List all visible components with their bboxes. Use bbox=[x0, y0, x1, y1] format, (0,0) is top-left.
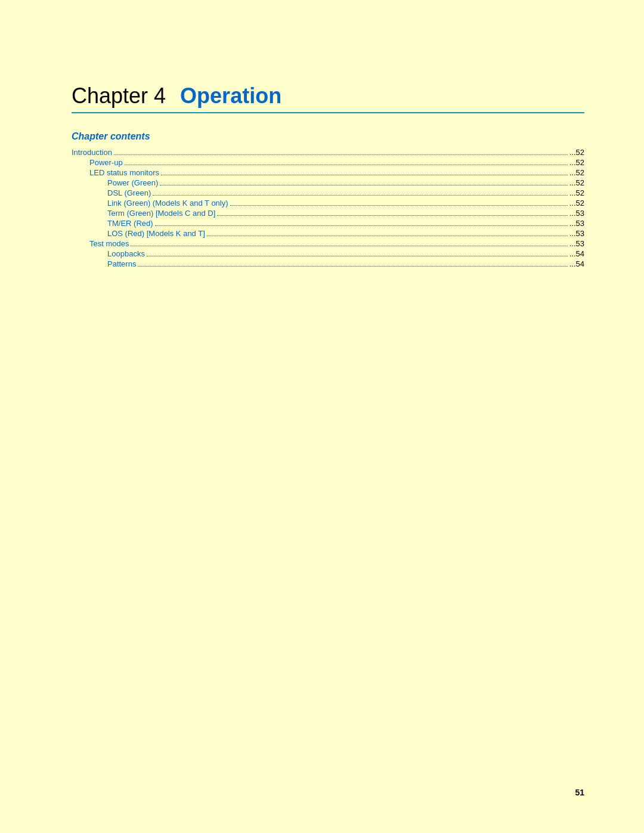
toc-dots bbox=[131, 246, 567, 246]
toc-label: Power (Green) bbox=[107, 178, 158, 187]
toc-item[interactable]: Power-up...52 bbox=[72, 158, 584, 167]
toc-label: LED status monitors bbox=[89, 168, 159, 177]
toc-label: Term (Green) [Models C and D] bbox=[107, 209, 215, 218]
toc-item[interactable]: LED status monitors...52 bbox=[72, 168, 584, 177]
toc-dots bbox=[160, 185, 567, 185]
toc-page: ...52 bbox=[569, 188, 584, 197]
toc-label: Patterns bbox=[107, 259, 136, 268]
toc-page: ...52 bbox=[569, 178, 584, 187]
toc-dots bbox=[147, 256, 568, 256]
toc-page: ...53 bbox=[569, 209, 584, 218]
toc-dots bbox=[138, 266, 567, 267]
toc-item[interactable]: TM/ER (Red)...53 bbox=[72, 219, 584, 228]
toc-page: ...53 bbox=[569, 219, 584, 228]
page-number: 51 bbox=[575, 788, 584, 797]
toc-label: TM/ER (Red) bbox=[107, 219, 153, 228]
toc-label: Power-up bbox=[89, 158, 123, 167]
chapter-contents-title: Chapter contents bbox=[72, 131, 584, 142]
chapter-number: Chapter 4 bbox=[72, 83, 166, 109]
chapter-header: Chapter 4 Operation bbox=[72, 83, 584, 109]
toc-label: Loopbacks bbox=[107, 249, 145, 258]
toc-page: ...53 bbox=[569, 229, 584, 238]
page-container: Chapter 4 Operation Chapter contents Int… bbox=[0, 0, 644, 833]
toc-dots bbox=[155, 225, 568, 226]
toc-item[interactable]: Loopbacks...54 bbox=[72, 249, 584, 258]
toc-label: Test modes bbox=[89, 239, 129, 248]
toc-list: Introduction...52Power-up...52LED status… bbox=[72, 148, 584, 268]
toc-dots bbox=[125, 165, 568, 165]
toc-item[interactable]: LOS (Red) [Models K and T]...53 bbox=[72, 229, 584, 238]
toc-item[interactable]: Patterns...54 bbox=[72, 259, 584, 268]
toc-dots bbox=[161, 175, 568, 175]
toc-dots bbox=[153, 195, 567, 196]
toc-dots bbox=[230, 205, 568, 206]
toc-page: ...52 bbox=[569, 158, 584, 167]
toc-page: ...53 bbox=[569, 239, 584, 248]
toc-dots bbox=[207, 236, 568, 236]
toc-item[interactable]: Term (Green) [Models C and D]...53 bbox=[72, 209, 584, 218]
header-rule bbox=[72, 112, 584, 113]
toc-page: ...52 bbox=[569, 168, 584, 177]
toc-item[interactable]: Link (Green) (Models K and T only)...52 bbox=[72, 199, 584, 208]
toc-item[interactable]: Power (Green)...52 bbox=[72, 178, 584, 187]
toc-page: ...52 bbox=[569, 199, 584, 208]
toc-item[interactable]: Test modes...53 bbox=[72, 239, 584, 248]
toc-label: Introduction bbox=[72, 148, 112, 157]
toc-page: ...52 bbox=[569, 148, 584, 157]
toc-item[interactable]: Introduction...52 bbox=[72, 148, 584, 157]
chapter-title: Operation bbox=[180, 83, 281, 109]
toc-label: Link (Green) (Models K and T only) bbox=[107, 199, 228, 208]
toc-dots bbox=[114, 154, 568, 155]
toc-label: LOS (Red) [Models K and T] bbox=[107, 229, 205, 238]
toc-page: ...54 bbox=[569, 249, 584, 258]
toc-page: ...54 bbox=[569, 259, 584, 268]
toc-label: DSL (Green) bbox=[107, 188, 151, 197]
toc-item[interactable]: DSL (Green)...52 bbox=[72, 188, 584, 197]
toc-dots bbox=[217, 215, 567, 216]
